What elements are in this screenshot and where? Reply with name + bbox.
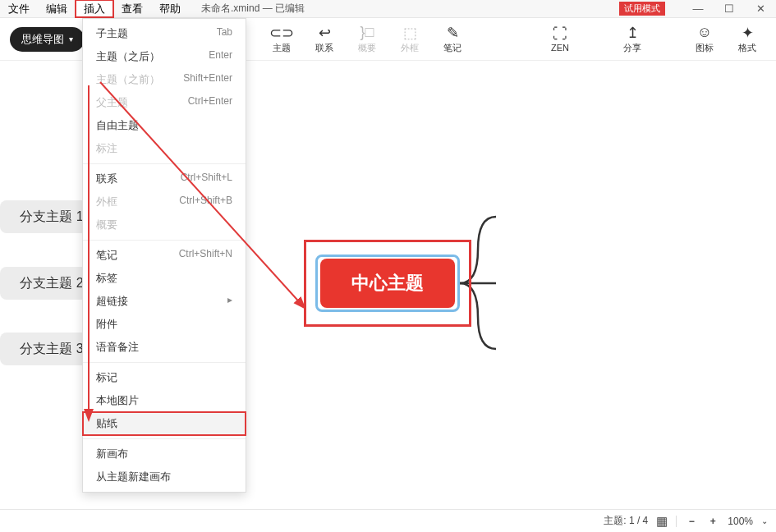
boundary-icon: ⬚ — [403, 25, 417, 41]
boundary-button[interactable]: ⬚ 外框 — [391, 25, 429, 54]
zoom-in-button[interactable]: + — [706, 516, 719, 527]
share-icon: ↥ — [627, 25, 639, 41]
map-overview-icon[interactable]: ▦ — [656, 514, 668, 529]
relation-label: 联系 — [315, 42, 333, 54]
center-node-selection: 中心主题 — [315, 255, 460, 312]
share-label: 分享 — [623, 42, 641, 54]
zen-button[interactable]: ⛶ ZEN — [541, 25, 579, 53]
document-title: 未命名.xmind — 已编辑 — [201, 2, 305, 16]
note-icon: ✎ — [447, 25, 459, 41]
titlebar: 文件 编辑 插入 查看 帮助 未命名.xmind — 已编辑 试用模式 — ☐ … — [0, 0, 776, 18]
divider — [83, 438, 246, 439]
divider — [676, 516, 677, 527]
share-button[interactable]: ↥ 分享 — [613, 25, 651, 54]
dd-new-canvas[interactable]: 新画布 — [83, 443, 246, 466]
maximize-button[interactable]: ☐ — [714, 0, 745, 17]
note-button[interactable]: ✎ 笔记 — [434, 25, 471, 54]
summary-icon: }□ — [360, 25, 374, 41]
menu-file[interactable]: 文件 — [0, 0, 38, 17]
relation-icon: ↩ — [319, 25, 331, 41]
icon-button[interactable]: ☺ 图标 — [686, 25, 723, 54]
icon-label: 图标 — [696, 42, 714, 54]
zen-label: ZEN — [551, 43, 569, 53]
zoom-dropdown-icon[interactable]: ⌄ — [761, 516, 768, 525]
format-label: 格式 — [738, 42, 756, 54]
menu-view[interactable]: 查看 — [113, 0, 151, 17]
dd-subtopic[interactable]: 子主题Tab — [83, 22, 246, 45]
note-label: 笔记 — [443, 42, 461, 54]
divider — [83, 240, 246, 241]
statusbar: 主题: 1 / 4 ▦ − + 100% ⌄ — [0, 509, 776, 532]
mindmap-mode-button[interactable]: 思维导图 ▾ — [10, 27, 85, 52]
mindmap-mode-label: 思维导图 — [21, 32, 64, 47]
dd-voice-note[interactable]: 语音备注 — [83, 336, 246, 359]
zoom-level[interactable]: 100% — [728, 516, 753, 527]
topic-count: 主题: 1 / 4 — [604, 514, 648, 528]
dd-parent-topic: 父主题Ctrl+Enter — [83, 91, 246, 114]
divider — [83, 163, 246, 164]
window-controls: — ☐ ✕ — [682, 0, 776, 17]
menu-edit[interactable]: 编辑 — [38, 0, 76, 17]
topic-label: 主题 — [273, 42, 291, 54]
format-icon: ✦ — [742, 25, 754, 41]
dd-sticker[interactable]: 贴纸 — [83, 412, 246, 435]
format-button[interactable]: ✦ 格式 — [728, 25, 766, 54]
dd-topic-before: 主题（之前）Shift+Enter — [83, 68, 246, 91]
submenu-arrow-icon: ▸ — [227, 294, 232, 309]
relation-button[interactable]: ↩ 联系 — [305, 25, 343, 54]
trial-mode-badge[interactable]: 试用模式 — [619, 2, 665, 16]
dd-relation[interactable]: 联系Ctrl+Shift+L — [83, 167, 246, 190]
center-topic[interactable]: 中心主题 — [320, 259, 455, 308]
topic-button[interactable]: ⊂⊃ 主题 — [263, 25, 301, 54]
dd-attachment[interactable]: 附件 — [83, 313, 246, 336]
divider — [83, 362, 246, 363]
menu-bar: 文件 编辑 插入 查看 帮助 — [0, 0, 189, 17]
zoom-out-button[interactable]: − — [685, 516, 698, 527]
dd-summary: 概要 — [83, 213, 246, 236]
dd-free-topic[interactable]: 自由主题 — [83, 114, 246, 137]
chevron-down-icon: ▾ — [69, 34, 73, 44]
smile-icon: ☺ — [697, 25, 712, 41]
dd-callout: 标注 — [83, 137, 246, 160]
menu-help[interactable]: 帮助 — [151, 0, 189, 17]
summary-label: 概要 — [358, 42, 376, 54]
dd-topic-after[interactable]: 主题（之后）Enter — [83, 45, 246, 68]
dd-boundary: 外框Ctrl+Shift+B — [83, 190, 246, 213]
dd-note[interactable]: 笔记Ctrl+Shift+N — [83, 244, 246, 267]
dd-marker[interactable]: 标记 — [83, 366, 246, 389]
menu-insert[interactable]: 插入 — [76, 0, 113, 17]
dd-new-canvas-from-topic[interactable]: 从主题新建画布 — [83, 466, 246, 488]
minimize-button[interactable]: — — [682, 0, 714, 17]
dd-label[interactable]: 标签 — [83, 267, 246, 290]
close-button[interactable]: ✕ — [745, 0, 776, 17]
summary-button[interactable]: }□ 概要 — [348, 25, 386, 54]
dd-local-image[interactable]: 本地图片 — [83, 389, 246, 412]
topic-icon: ⊂⊃ — [269, 25, 294, 41]
boundary-label: 外框 — [401, 42, 419, 54]
insert-dropdown: 子主题Tab 主题（之后）Enter 主题（之前）Shift+Enter 父主题… — [82, 18, 246, 493]
zen-icon: ⛶ — [553, 25, 567, 42]
dd-hyperlink[interactable]: 超链接▸ — [83, 290, 246, 313]
